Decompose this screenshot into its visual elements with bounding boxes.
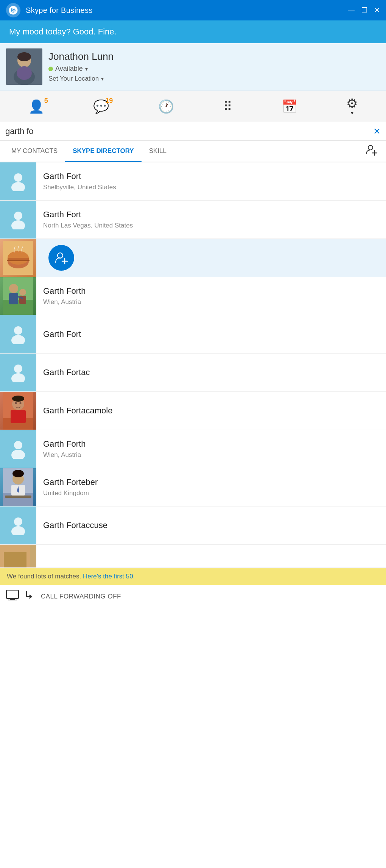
list-item[interactable]: Garth Forth Wien, Austria xyxy=(0,277,386,315)
svg-point-6 xyxy=(17,52,31,61)
contact-avatar-photo xyxy=(0,392,36,430)
contact-info: Garth Fortaccuse xyxy=(36,515,114,536)
list-item[interactable]: Garth Fortaccuse xyxy=(0,506,386,545)
calendar-icon: 📅 xyxy=(282,100,297,113)
profile-status[interactable]: Available ▾ xyxy=(48,65,114,73)
title-bar: S Skype for Business — ❐ ✕ xyxy=(0,0,386,20)
svg-rect-27 xyxy=(19,296,26,304)
mood-bar[interactable]: My mood today? Good. Fine. xyxy=(0,20,386,43)
svg-point-13 xyxy=(11,220,25,229)
list-item[interactable]: Garth Fort North Las Vegas, United State… xyxy=(0,201,386,239)
svg-point-31 xyxy=(11,373,25,382)
search-input[interactable] xyxy=(5,126,373,136)
svg-point-5 xyxy=(17,66,32,80)
contacts-badge: 5 xyxy=(44,97,48,105)
tab-skill[interactable]: SKILL xyxy=(142,141,174,162)
list-item[interactable]: Garth Fortacamole xyxy=(0,392,386,430)
contact-name: Garth Fortacamole xyxy=(43,406,112,416)
contact-avatar xyxy=(0,354,36,391)
svg-point-28 xyxy=(14,326,22,335)
contact-info: Garth Forth Wien, Austria xyxy=(36,434,92,464)
avatar xyxy=(6,48,42,85)
status-indicator xyxy=(48,67,53,71)
location-label: Set Your Location xyxy=(48,75,99,83)
list-item[interactable]: Garth Fort xyxy=(0,315,386,354)
tab-my-contacts[interactable]: MY CONTACTS xyxy=(4,141,65,162)
contact-detail: Wien, Austria xyxy=(43,451,86,459)
dialpad-icon: ⠿ xyxy=(223,100,232,113)
contact-avatar xyxy=(0,430,36,468)
profile-info: Jonathon Lunn Available ▾ Set Your Locat… xyxy=(48,51,114,83)
call-forwarding-status: CALL FORWARDING OFF xyxy=(41,593,121,600)
svg-point-19 xyxy=(58,253,63,258)
screen-share-icon xyxy=(6,590,19,603)
list-item[interactable]: Garth Forth Wien, Austria xyxy=(0,430,386,468)
history-button[interactable]: 🕐 xyxy=(153,96,179,117)
location-dropdown-arrow: ▾ xyxy=(101,76,104,82)
contact-detail: Wien, Austria xyxy=(43,298,86,306)
svg-rect-52 xyxy=(6,590,19,598)
app-title: Skype for Business xyxy=(26,6,93,15)
contact-detail: Shelbyville, United States xyxy=(43,184,116,191)
profile-section: Jonathon Lunn Available ▾ Set Your Locat… xyxy=(0,43,386,90)
add-contact-content xyxy=(36,240,81,276)
dialpad-button[interactable]: ⠿ xyxy=(218,96,238,117)
contact-avatar xyxy=(0,201,36,238)
list-item[interactable] xyxy=(0,239,386,277)
list-item[interactable]: Garth Fort Shelbyville, United States xyxy=(0,162,386,201)
contact-info: Garth Forth Wien, Austria xyxy=(36,281,92,311)
svg-rect-18 xyxy=(7,260,30,261)
add-contact-button[interactable] xyxy=(48,245,74,271)
contact-info xyxy=(36,551,50,561)
add-contact-tab-button[interactable] xyxy=(361,141,382,162)
profile-location[interactable]: Set Your Location ▾ xyxy=(48,75,114,83)
contact-info: Garth Fort Shelbyville, United States xyxy=(36,166,123,196)
svg-point-11 xyxy=(11,182,25,191)
status-text: We found lots of matches. Here's the fir… xyxy=(7,573,135,580)
call-forward-icon xyxy=(23,590,36,603)
first-50-link[interactable]: Here's the first 50. xyxy=(83,573,135,580)
contact-info: Garth Forteber United Kingdom xyxy=(36,472,104,502)
list-item[interactable]: Garth Forteber United Kingdom xyxy=(0,468,386,506)
mood-text: My mood today? Good. Fine. xyxy=(9,27,117,37)
conversations-button[interactable]: 19 💬 xyxy=(88,96,114,117)
svg-rect-35 xyxy=(11,410,26,423)
contact-avatar xyxy=(0,315,36,353)
search-clear-button[interactable]: ✕ xyxy=(373,126,381,137)
tab-skype-directory[interactable]: SKYPE DIRECTORY xyxy=(65,141,142,162)
svg-point-24 xyxy=(9,284,18,293)
contact-detail: North Las Vegas, United States xyxy=(43,222,133,229)
minimize-button[interactable]: — xyxy=(348,7,355,14)
maximize-button[interactable]: ❐ xyxy=(361,7,367,14)
svg-point-30 xyxy=(14,365,22,373)
svg-point-7 xyxy=(368,145,373,150)
svg-point-37 xyxy=(20,402,22,404)
svg-point-39 xyxy=(14,441,22,449)
contacts-icon: 👤 xyxy=(28,100,44,113)
toolbar: 5 👤 19 💬 🕐 ⠿ 📅 ⚙ ▾ xyxy=(0,90,386,122)
svg-rect-51 xyxy=(4,552,26,567)
svg-point-49 xyxy=(11,526,25,535)
contact-name: Garth Fort xyxy=(43,171,116,181)
contact-avatar xyxy=(0,506,36,544)
close-button[interactable]: ✕ xyxy=(374,7,380,14)
contact-avatar xyxy=(0,162,36,200)
status-bar: We found lots of matches. Here's the fir… xyxy=(0,568,386,585)
settings-button[interactable]: ⚙ ▾ xyxy=(341,93,363,120)
svg-point-46 xyxy=(12,470,24,477)
history-icon: 🕐 xyxy=(158,100,174,113)
svg-point-29 xyxy=(11,335,25,344)
svg-point-48 xyxy=(14,517,22,526)
svg-point-12 xyxy=(14,212,22,220)
contact-list: Garth Fort Shelbyville, United States Ga… xyxy=(0,162,386,568)
contacts-button[interactable]: 5 👤 xyxy=(23,96,50,117)
title-bar-left: S Skype for Business xyxy=(6,3,93,17)
skype-logo: S xyxy=(6,3,20,17)
contact-info: Garth Fort North Las Vegas, United State… xyxy=(36,204,140,235)
list-item[interactable] xyxy=(0,545,386,568)
contact-name: Garth Forth xyxy=(43,439,86,449)
list-item[interactable]: Garth Fortac xyxy=(0,354,386,392)
contact-avatar-photo xyxy=(0,545,36,567)
svg-rect-47 xyxy=(5,496,31,498)
calendar-button[interactable]: 📅 xyxy=(276,96,303,117)
